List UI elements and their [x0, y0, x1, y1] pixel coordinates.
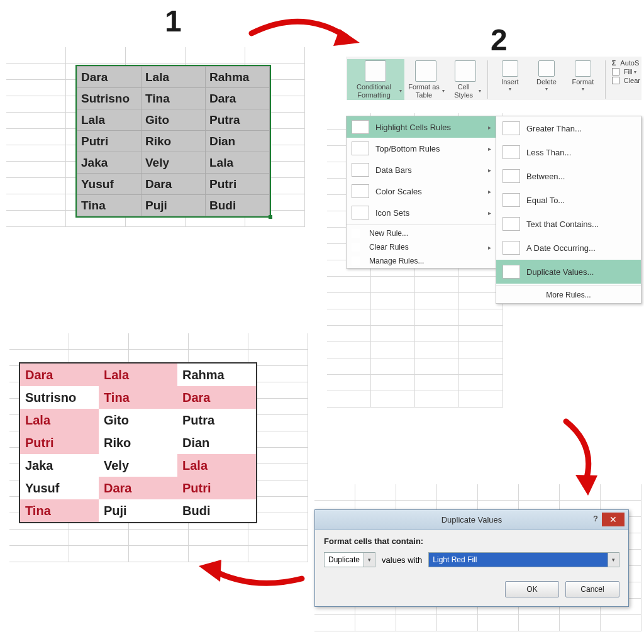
cell[interactable]: Dara — [177, 386, 256, 409]
cell[interactable]: Riko — [142, 131, 206, 152]
selected-range[interactable]: DaraLalaRahmaSutrisnoTinaDaraLalaGitoPut… — [75, 65, 271, 218]
cell[interactable]: Dara — [77, 67, 142, 88]
submenu-duplicate-values[interactable]: Duplicate Values... — [496, 260, 641, 284]
cell[interactable]: Sutrisno — [77, 88, 142, 109]
dialog-prompt: Format cells that contain: — [324, 536, 619, 546]
svg-marker-2 — [199, 560, 221, 582]
cell[interactable]: Lala — [206, 152, 270, 174]
cell[interactable]: Putra — [206, 109, 270, 131]
menu-highlight-cells-rules[interactable]: Highlight Cells Rules▸ — [347, 116, 496, 138]
cell[interactable]: Tina — [99, 386, 177, 409]
duplicate-values-icon — [502, 265, 520, 279]
insert-button[interactable]: Insert▾ — [492, 59, 528, 93]
dialog-title: Duplicate Values — [441, 515, 502, 525]
cell[interactable]: Jaka — [20, 454, 99, 477]
submenu-more-rules[interactable]: More Rules... — [496, 287, 641, 303]
cell-styles-icon — [455, 60, 476, 82]
submenu-text-contains[interactable]: Text that Contains... — [496, 212, 641, 236]
delete-button[interactable]: Delete▾ — [528, 59, 565, 93]
text-contains-icon — [502, 217, 520, 231]
cell[interactable]: Lala — [99, 364, 177, 386]
cell[interactable]: Vely — [142, 152, 206, 174]
cell[interactable]: Dara — [142, 174, 206, 195]
dialog-titlebar[interactable]: Duplicate Values ? ✕ — [315, 510, 628, 530]
cell[interactable]: Putri — [20, 431, 99, 454]
conditional-formatting-button[interactable]: Conditional Formatting▾ — [347, 59, 404, 100]
dialog-close-button[interactable]: ✕ — [602, 513, 625, 526]
selection-handle[interactable] — [269, 215, 272, 219]
dialog-help-button[interactable]: ? — [589, 514, 602, 525]
submenu-between[interactable]: Between... — [496, 164, 641, 188]
menu-icon-sets[interactable]: Icon Sets▸ — [347, 202, 496, 223]
cell[interactable]: Putri — [177, 477, 256, 499]
color-scales-icon — [352, 184, 369, 198]
cell[interactable]: Putri — [206, 174, 270, 195]
cell[interactable]: Lala — [77, 109, 142, 131]
cell[interactable]: Dara — [206, 88, 270, 109]
format-as-table-icon — [415, 60, 436, 82]
cell[interactable]: Sutrisno — [20, 386, 99, 409]
cell[interactable]: Lala — [177, 454, 256, 477]
clear-button[interactable]: Clear — [612, 77, 640, 84]
submenu-date-occurring[interactable]: A Date Occurring... — [496, 236, 641, 260]
cell[interactable]: Tina — [77, 195, 142, 216]
fill-button[interactable]: Fill▾ — [612, 68, 640, 75]
format-as-table-button[interactable]: Format as Table▾ — [404, 59, 447, 100]
submenu-greater-than[interactable]: Greater Than... — [496, 116, 641, 140]
cell[interactable]: Dara — [99, 477, 177, 499]
cell[interactable]: Puji — [142, 195, 206, 216]
submenu-less-than[interactable]: Less Than... — [496, 140, 641, 164]
manage-rules-icon — [352, 257, 360, 265]
step-1-label: 1 — [165, 4, 182, 38]
cell[interactable]: Gito — [142, 109, 206, 131]
icon-sets-icon — [352, 206, 369, 219]
cell[interactable]: Lala — [20, 409, 99, 431]
ok-button[interactable]: OK — [505, 581, 559, 597]
cell[interactable]: Jaka — [77, 152, 142, 174]
cell[interactable]: Dara — [20, 364, 99, 386]
cell[interactable]: Riko — [99, 431, 177, 454]
conditional-formatting-menu: Highlight Cells Rules▸ Top/Bottom Rules▸… — [346, 116, 497, 269]
cell[interactable]: Budi — [177, 499, 256, 522]
format-button[interactable]: Format▾ — [565, 59, 601, 93]
clear-icon — [612, 77, 619, 84]
cell[interactable]: Tina — [142, 88, 206, 109]
cell-styles-button[interactable]: Cell Styles▾ — [447, 59, 484, 100]
menu-color-scales[interactable]: Color Scales▸ — [347, 180, 496, 202]
cell[interactable]: Putri — [77, 131, 142, 152]
cell[interactable]: Yusuf — [20, 477, 99, 499]
fill-icon — [612, 68, 619, 75]
cell[interactable]: Budi — [206, 195, 270, 216]
cell[interactable]: Putra — [177, 409, 256, 431]
menu-top-bottom-rules[interactable]: Top/Bottom Rules▸ — [347, 138, 496, 159]
cell[interactable]: Dian — [206, 131, 270, 152]
menu-manage-rules[interactable]: Manage Rules... — [347, 254, 496, 268]
cell[interactable]: Puji — [99, 499, 177, 522]
format-style-combo[interactable]: Light Red Fill▾ — [428, 552, 619, 567]
menu-data-bars[interactable]: Data Bars▸ — [347, 159, 496, 180]
cell[interactable]: Dian — [177, 431, 256, 454]
date-occurring-icon — [502, 241, 520, 255]
cell[interactable]: Lala — [142, 67, 206, 88]
submenu-equal-to[interactable]: Equal To... — [496, 188, 641, 212]
between-icon — [502, 169, 520, 183]
cell[interactable]: Yusuf — [77, 174, 142, 195]
cell[interactable]: Vely — [99, 454, 177, 477]
menu-new-rule[interactable]: New Rule... — [347, 226, 496, 240]
data-bars-icon — [352, 163, 369, 177]
autosum-button[interactable]: Σ AutoS — [612, 59, 640, 67]
cell[interactable]: Tina — [20, 499, 99, 522]
cell[interactable]: Gito — [99, 409, 177, 431]
step-2-label: 2 — [491, 23, 508, 57]
values-with-label: values with — [382, 555, 422, 565]
cell[interactable]: Rahma — [206, 67, 270, 88]
duplicate-values-dialog: Duplicate Values ? ✕ Format cells that c… — [314, 509, 629, 607]
ribbon-styles-group: Conditional Formatting▾ Format as Table▾… — [346, 57, 641, 100]
duplicate-mode-combo[interactable]: Duplicate▾ — [324, 552, 375, 567]
insert-icon — [502, 60, 518, 77]
menu-clear-rules[interactable]: Clear Rules▸ — [347, 240, 496, 254]
delete-icon — [538, 60, 555, 77]
format-icon — [575, 60, 591, 77]
cell[interactable]: Rahma — [177, 364, 256, 386]
cancel-button[interactable]: Cancel — [565, 581, 619, 597]
